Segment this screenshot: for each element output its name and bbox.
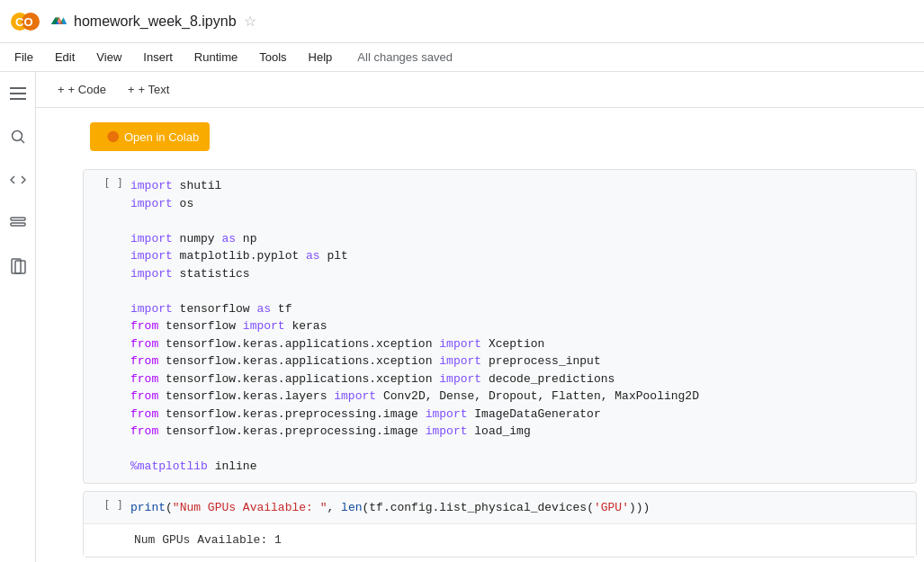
- add-code-button[interactable]: + + Code: [50, 79, 113, 100]
- svg-text:CO: CO: [15, 15, 33, 29]
- svg-rect-4: [10, 93, 26, 94]
- sidebar-search-icon[interactable]: [4, 122, 32, 151]
- menu-view[interactable]: View: [93, 47, 125, 67]
- menu-file[interactable]: File: [11, 47, 37, 67]
- svg-point-13: [108, 131, 120, 143]
- all-changes-saved: All changes saved: [357, 50, 453, 64]
- cell-2-output: Num GPUs Available: 1: [84, 523, 916, 557]
- filename: homework_week_8.ipynb: [74, 13, 237, 30]
- menu-edit[interactable]: Edit: [51, 47, 78, 67]
- colab-logo-icon: CO: [11, 10, 40, 33]
- svg-line-7: [21, 139, 24, 143]
- open-in-colab-button[interactable]: Open in Colab: [90, 122, 210, 151]
- svg-rect-3: [10, 87, 26, 89]
- menubar: File Edit View Insert Runtime Tools Help…: [0, 43, 924, 72]
- sidebar-menu-icon[interactable]: [4, 79, 32, 108]
- cell-1-code[interactable]: import shutil import os import numpy as …: [127, 170, 916, 483]
- open-colab-label: Open in Colab: [124, 130, 199, 144]
- menu-tools[interactable]: Tools: [256, 47, 290, 67]
- file-info: homework_week_8.ipynb ☆: [50, 12, 256, 31]
- sidebar-variables-icon[interactable]: [4, 209, 32, 237]
- menu-insert[interactable]: Insert: [139, 47, 176, 67]
- colab-btn-logo-icon: [101, 128, 119, 146]
- open-colab-section: Open in Colab: [36, 108, 924, 165]
- code-cell-1: [ ] import shutil import os import numpy…: [83, 169, 917, 484]
- add-text-label: + Text: [138, 83, 169, 96]
- svg-rect-8: [11, 218, 25, 220]
- svg-rect-5: [10, 98, 26, 100]
- colab-logo: CO: [11, 10, 40, 33]
- topbar: CO homework_week_8.ipynb ☆: [0, 0, 924, 43]
- sidebar-files-icon[interactable]: [4, 252, 32, 281]
- svg-rect-9: [11, 223, 25, 226]
- svg-point-6: [12, 131, 22, 141]
- sidebar: [0, 72, 36, 562]
- menu-help[interactable]: Help: [305, 47, 336, 67]
- cell-1-gutter: [ ]: [84, 170, 127, 197]
- cell-2-output-text: Num GPUs Available: 1: [134, 533, 282, 547]
- content-area: + + Code + + Text Open in Colab [ ] im: [36, 72, 924, 562]
- cell-2-code[interactable]: print("Num GPUs Available: ", len(tf.con…: [127, 492, 916, 524]
- drive-icon: [50, 12, 67, 31]
- main-layout: + + Code + + Text Open in Colab [ ] im: [0, 72, 924, 562]
- cell-2-gutter: [ ]: [84, 492, 127, 519]
- sidebar-code-icon[interactable]: [4, 165, 32, 194]
- add-code-label: + Code: [68, 83, 106, 96]
- menu-runtime[interactable]: Runtime: [191, 47, 241, 67]
- plus-icon: +: [58, 83, 65, 96]
- plus-text-icon: +: [128, 83, 135, 96]
- star-icon[interactable]: ☆: [244, 13, 256, 30]
- toolbar: + + Code + + Text: [36, 72, 924, 108]
- add-text-button[interactable]: + + Text: [121, 79, 176, 100]
- code-cell-2: [ ] print("Num GPUs Available: ", len(tf…: [83, 491, 917, 558]
